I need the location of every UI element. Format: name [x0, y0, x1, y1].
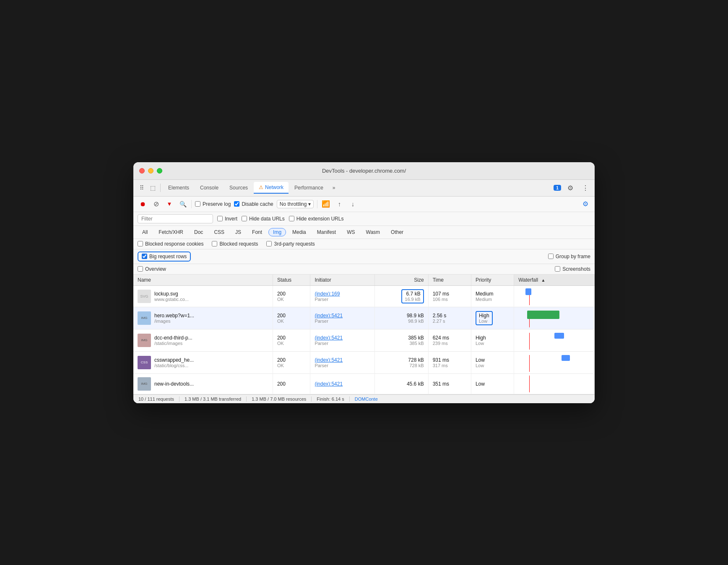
- type-btn-media[interactable]: Media: [288, 228, 311, 236]
- tab-more[interactable]: »: [329, 183, 339, 192]
- disable-cache-checkbox[interactable]: [234, 201, 239, 207]
- screenshots-checkbox[interactable]: [555, 266, 560, 272]
- file-origin: www.gstatic.co...: [154, 297, 189, 302]
- table-row[interactable]: SVG lockup.svg www.gstatic.co... 200 OK: [133, 285, 595, 307]
- type-btn-fetch[interactable]: Fetch/XHR: [154, 228, 188, 236]
- type-filters: All Fetch/XHR Doc CSS JS Font Img Media …: [133, 226, 595, 239]
- filter-toggle-icon[interactable]: ▼: [164, 199, 174, 209]
- file-thumb: SVG: [138, 290, 151, 303]
- screenshots-label[interactable]: Screenshots: [555, 266, 590, 272]
- file-origin: /images: [154, 319, 194, 324]
- network-settings-icon[interactable]: ⚙: [580, 199, 590, 209]
- overview-label[interactable]: Overview: [138, 266, 166, 272]
- third-party-requests-label[interactable]: 3rd-party requests: [266, 241, 315, 247]
- type-btn-other[interactable]: Other: [386, 228, 408, 236]
- table-row[interactable]: CSS csswrapped_he... /static/blog/css...…: [133, 351, 595, 373]
- type-btn-manifest[interactable]: Manifest: [312, 228, 341, 236]
- resources-size: 1.3 MB / 7.0 MB resources: [247, 397, 312, 402]
- warning-icon: ⚠: [259, 184, 263, 190]
- type-btn-js[interactable]: JS: [231, 228, 246, 236]
- cursor-icon[interactable]: ⠿: [137, 183, 147, 193]
- col-waterfall[interactable]: Waterfall ▲: [514, 275, 595, 286]
- hide-extension-urls-checkbox-label[interactable]: Hide extension URLs: [289, 216, 344, 222]
- tab-elements[interactable]: Elements: [163, 182, 194, 193]
- toolbar-sep-2: [317, 200, 317, 208]
- file-thumb: IMG: [138, 377, 151, 391]
- more-options-icon[interactable]: ⋮: [580, 182, 591, 194]
- minimize-button[interactable]: [148, 168, 153, 174]
- cell-priority: High Low: [471, 329, 514, 351]
- network-table-container[interactable]: Name Status Initiator Size Time Priority…: [133, 275, 595, 394]
- type-btn-css[interactable]: CSS: [209, 228, 229, 236]
- col-priority[interactable]: Priority: [471, 275, 514, 286]
- chevron-down-icon: ▾: [308, 201, 311, 207]
- col-name[interactable]: Name: [133, 275, 273, 286]
- tab-network[interactable]: ⚠ Network: [254, 182, 289, 194]
- filter-bar: Invert Hide data URLs Hide extension URL…: [133, 212, 595, 226]
- type-btn-ws[interactable]: WS: [342, 228, 359, 236]
- big-request-rows-label[interactable]: Big request rows: [138, 251, 191, 262]
- col-status[interactable]: Status: [273, 275, 310, 286]
- hide-extension-urls-checkbox[interactable]: [289, 216, 294, 221]
- file-name: dcc-end-third-p...: [154, 335, 192, 341]
- notifications-badge[interactable]: 1: [554, 185, 561, 191]
- main-toolbar: ⏺ ⊘ ▼ 🔍 Preserve log Disable cache No th…: [133, 197, 595, 212]
- stop-recording-icon[interactable]: ⏺: [138, 199, 148, 209]
- type-btn-doc[interactable]: Doc: [190, 228, 208, 236]
- disable-cache-checkbox-label[interactable]: Disable cache: [234, 201, 273, 207]
- device-icon[interactable]: ⬚: [148, 183, 158, 193]
- table-row[interactable]: IMG dcc-end-third-p... /static/images 20…: [133, 329, 595, 351]
- search-icon[interactable]: 🔍: [178, 199, 188, 209]
- settings-icon[interactable]: ⚙: [564, 182, 576, 194]
- big-request-rows-checkbox[interactable]: [142, 254, 147, 259]
- tab-bar: ⠿ ⬚ Elements Console Sources ⚠ Network P…: [133, 180, 595, 197]
- requests-count: 10 / 111 requests: [138, 397, 179, 402]
- filter-input[interactable]: [138, 214, 213, 223]
- blocked-cookies-checkbox[interactable]: [138, 241, 143, 246]
- throttle-select[interactable]: No throttling ▾: [277, 200, 314, 208]
- close-button[interactable]: [139, 168, 145, 174]
- cell-priority: Low Low: [471, 351, 514, 373]
- group-by-frame-label[interactable]: Group by frame: [548, 254, 590, 259]
- table-row[interactable]: IMG hero.webp?w=1... /images 200 OK: [133, 307, 595, 329]
- type-btn-wasm[interactable]: Wasm: [361, 228, 385, 236]
- col-initiator[interactable]: Initiator: [310, 275, 374, 286]
- preserve-log-checkbox-label[interactable]: Preserve log: [195, 201, 231, 207]
- preserve-log-checkbox[interactable]: [195, 201, 200, 207]
- table-row[interactable]: IMG new-in-devtools... 200 (index):5: [133, 373, 595, 394]
- invert-checkbox[interactable]: [217, 216, 223, 221]
- col-time[interactable]: Time: [428, 275, 471, 286]
- tab-console[interactable]: Console: [195, 182, 224, 193]
- third-party-requests-checkbox[interactable]: [266, 241, 272, 246]
- invert-checkbox-label[interactable]: Invert: [217, 216, 237, 222]
- group-by-frame-checkbox[interactable]: [548, 254, 554, 259]
- checkbox-row-1: Blocked response cookies Blocked request…: [133, 239, 595, 249]
- cell-status: 200 OK: [273, 285, 310, 307]
- type-btn-img[interactable]: Img: [268, 228, 286, 236]
- blocked-cookies-label[interactable]: Blocked response cookies: [138, 241, 203, 247]
- file-thumb: CSS: [138, 356, 151, 369]
- cell-time: 624 ms 239 ms: [428, 329, 471, 351]
- col-size[interactable]: Size: [374, 275, 428, 286]
- upload-icon[interactable]: ↑: [334, 199, 344, 209]
- blocked-requests-checkbox[interactable]: [212, 241, 217, 246]
- checkbox-row-3: Overview Screenshots: [133, 264, 595, 275]
- clear-icon[interactable]: ⊘: [151, 199, 161, 209]
- hide-data-urls-checkbox[interactable]: [242, 216, 247, 221]
- hide-data-urls-checkbox-label[interactable]: Hide data URLs: [242, 216, 285, 222]
- cell-waterfall: [514, 307, 595, 329]
- download-icon[interactable]: ↓: [348, 199, 358, 209]
- type-btn-all[interactable]: All: [138, 228, 152, 236]
- type-btn-font[interactable]: Font: [247, 228, 267, 236]
- cell-initiator: (index):5421 Parser: [310, 307, 374, 329]
- cell-name: IMG hero.webp?w=1... /images: [133, 307, 273, 329]
- maximize-button[interactable]: [157, 168, 162, 174]
- blocked-requests-label[interactable]: Blocked requests: [212, 241, 258, 247]
- tab-sources[interactable]: Sources: [224, 182, 253, 193]
- file-origin: /static/images: [154, 341, 192, 346]
- finish-time: Finish: 6.14 s: [312, 397, 349, 402]
- tab-performance[interactable]: Performance: [289, 182, 328, 193]
- overview-checkbox[interactable]: [138, 266, 143, 272]
- cell-status: 200 OK: [273, 307, 310, 329]
- wifi-icon[interactable]: 📶: [321, 199, 331, 209]
